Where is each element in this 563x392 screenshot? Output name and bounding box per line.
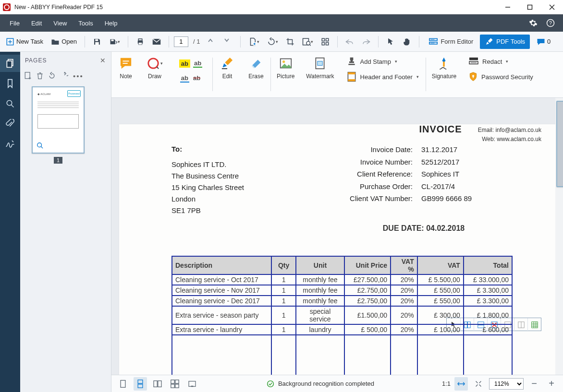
svg-rect-13 [138,39,142,41]
pages-panel-close-icon[interactable]: ✕ [100,57,106,64]
view-two-continuous-icon[interactable] [168,377,182,391]
shield-icon [469,72,477,82]
menu-file[interactable]: File [4,14,25,32]
fit-width-icon[interactable] [454,377,468,391]
tool-header-footer[interactable]: Header and Footer ▾ [345,70,421,83]
menu-view[interactable]: View [48,14,73,32]
pages-more-icon[interactable]: ••• [73,72,84,80]
tool-signature[interactable]: Signature [426,52,462,82]
page-down-button[interactable] [221,35,235,49]
organize-button[interactable] [318,35,332,49]
zoom-select[interactable]: 112% [489,378,524,390]
rotate-button[interactable]: ▾ [264,35,281,49]
main-toolbar: New Task Open ▾ / 1 ▾ ▾ ▾ Form Editor PD… [0,32,563,52]
crop-button[interactable] [283,35,297,49]
tool-erase[interactable]: Erase [242,52,270,82]
pages-panel-tools: ••• [20,69,111,83]
tool-password-security[interactable]: Password Security [467,70,535,83]
underline-icon[interactable]: ab [193,59,202,68]
fit-page-icon[interactable] [472,377,485,391]
pages-add-icon[interactable] [24,71,32,80]
tool-picture[interactable]: Picture [271,52,300,82]
add-page-button[interactable]: ▾ [245,35,262,49]
svg-rect-79 [171,384,174,387]
invoice-table[interactable]: Description Qty Unit Unit Price VAT % VA… [171,256,513,375]
tool-note[interactable]: Note [111,52,140,82]
email-button[interactable] [149,35,164,49]
minimize-button[interactable] [497,0,519,14]
redo-button[interactable] [359,35,373,49]
maximize-button[interactable] [519,0,541,14]
zoom-in-button[interactable]: + [545,377,558,391]
table-split-icon[interactable] [514,318,527,332]
rail-bookmarks-icon[interactable] [0,75,20,92]
undo-button[interactable] [343,35,357,49]
tool-draw[interactable]: ▾ Draw [140,52,169,82]
open-button[interactable]: Open [48,35,80,49]
tool-watermark[interactable]: Watermark [300,52,340,82]
tool-redact[interactable]: Redact ▾ [467,55,535,68]
svg-rect-31 [7,61,12,67]
document-page[interactable]: Email: info@aclam.co.uk Web: www.aclam.c… [119,124,556,375]
rail-search-icon[interactable] [0,95,20,112]
settings-gear-icon[interactable] [525,14,542,32]
help-icon[interactable]: ? [542,14,559,32]
pdf-tools-toolbar: Note ▾ Draw ab ab ab ab [111,52,563,98]
table-row[interactable]: Extra service - season party1special ser… [172,306,512,324]
select-tool-button[interactable] [383,35,398,49]
app-icon [3,3,11,11]
page-number-input[interactable] [174,36,188,47]
view-continuous-icon[interactable] [134,377,147,391]
svg-line-33 [11,105,13,107]
table-full-icon[interactable] [527,318,541,332]
strikethrough-icon[interactable]: ab [192,74,201,83]
hand-tool-button[interactable] [400,35,414,49]
save-button[interactable] [90,35,104,49]
table-row[interactable]: Cleaning service - Oct 20171monthly fee£… [172,274,512,285]
zoom-1to1-label[interactable]: 1:1 [442,380,451,387]
rail-attachments-icon[interactable] [0,115,20,132]
svg-rect-51 [443,62,445,67]
new-task-button[interactable]: New Task [3,35,46,49]
pages-panel: PAGES ✕ ••• ◆ ACLAM Processed 1 [20,52,111,392]
thumb-stamp: Processed [67,90,81,97]
document-canvas[interactable]: Email: info@aclam.co.uk Web: www.aclam.c… [111,98,563,375]
svg-rect-74 [138,384,143,387]
svg-rect-22 [322,38,325,41]
form-editor-button[interactable]: Form Editor [424,35,478,49]
table-row[interactable]: Cleaning service - Dec 20171monthly fee£… [172,296,512,306]
svg-rect-34 [25,72,30,79]
page-up-button[interactable] [205,35,219,49]
menu-tools[interactable]: Tools [73,14,98,32]
underline-blue-icon[interactable]: ab [180,74,189,83]
vertical-scrollbar[interactable] [555,98,563,375]
close-window-button[interactable] [541,0,563,14]
highlight-yellow-icon[interactable]: ab [179,59,190,68]
pages-rotate-right-icon[interactable] [61,72,68,80]
menu-help[interactable]: Help [99,14,123,32]
tool-add-stamp[interactable]: Add Stamp ▾ [345,55,421,68]
print-button[interactable] [133,35,147,49]
menu-edit[interactable]: Edit [25,14,48,32]
view-two-page-icon[interactable] [151,377,164,391]
recognize-button[interactable]: ▾ [299,35,316,49]
page-thumbnail[interactable]: ◆ ACLAM Processed [32,86,85,154]
comments-icon [537,37,545,46]
pages-rotate-left-icon[interactable] [48,72,56,80]
pdf-tools-button[interactable]: PDF Tools [480,35,530,49]
svg-rect-9 [95,39,98,41]
table-row[interactable]: Extra service - laundry1laundry£ 500,002… [172,324,512,335]
svg-point-41 [148,59,158,68]
rail-signatures-icon[interactable] [0,135,20,153]
pages-delete-icon[interactable] [37,72,43,80]
rail-pages-icon[interactable] [0,55,20,72]
view-single-page-icon[interactable] [116,377,130,391]
view-fullscreen-icon[interactable] [185,377,199,391]
tool-highlight-group[interactable]: ab ab ab ab [169,52,212,85]
zoom-out-button[interactable]: − [527,377,541,391]
comments-button[interactable]: 0 [534,35,553,49]
tool-edit[interactable]: Edit [213,52,242,82]
table-row[interactable]: Cleaning service - Nov 20171monthly fee£… [172,285,512,296]
page-total-label: / 1 [193,38,200,45]
save-as-button[interactable]: ▾ [106,35,123,49]
